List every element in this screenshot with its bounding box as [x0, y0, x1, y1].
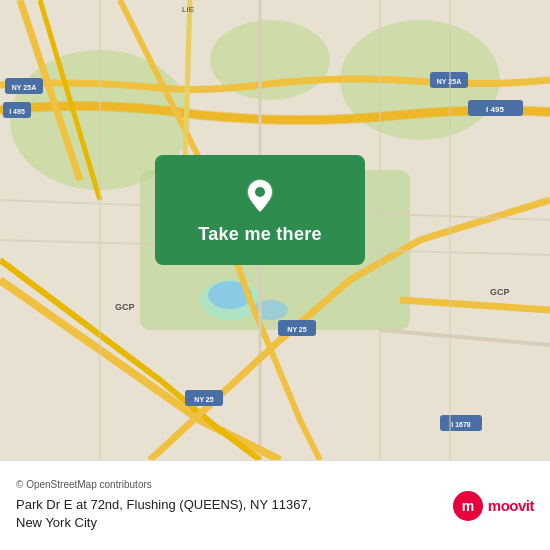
svg-text:GCP: GCP	[115, 302, 135, 312]
bottom-bar: © OpenStreetMap contributors Park Dr E a…	[0, 460, 550, 550]
svg-text:I 495: I 495	[486, 105, 504, 114]
svg-text:m: m	[462, 498, 474, 514]
moovit-icon: m	[452, 490, 484, 522]
map-container: I 495 NY 25A NY 25A I 495 NY 25 NY 25	[0, 0, 550, 460]
location-pin-icon	[240, 176, 280, 216]
address-line2: New York City	[16, 514, 452, 532]
svg-text:LIE: LIE	[182, 5, 194, 14]
svg-text:NY 25A: NY 25A	[12, 84, 36, 91]
svg-text:GCP: GCP	[490, 287, 510, 297]
cta-label: Take me there	[198, 224, 322, 245]
moovit-text: moovit	[488, 497, 534, 514]
copyright-text: © OpenStreetMap contributors	[16, 479, 452, 490]
cta-button[interactable]: Take me there	[155, 155, 365, 265]
bottom-left: © OpenStreetMap contributors Park Dr E a…	[16, 479, 452, 532]
svg-text:NY 25: NY 25	[287, 326, 306, 333]
address-line1: Park Dr E at 72nd, Flushing (QUEENS), NY…	[16, 496, 452, 514]
svg-text:I 1678: I 1678	[451, 421, 471, 428]
moovit-logo: m moovit	[452, 490, 534, 522]
svg-text:I 495: I 495	[9, 108, 25, 115]
svg-text:NY 25: NY 25	[194, 396, 213, 403]
svg-point-26	[255, 187, 265, 197]
